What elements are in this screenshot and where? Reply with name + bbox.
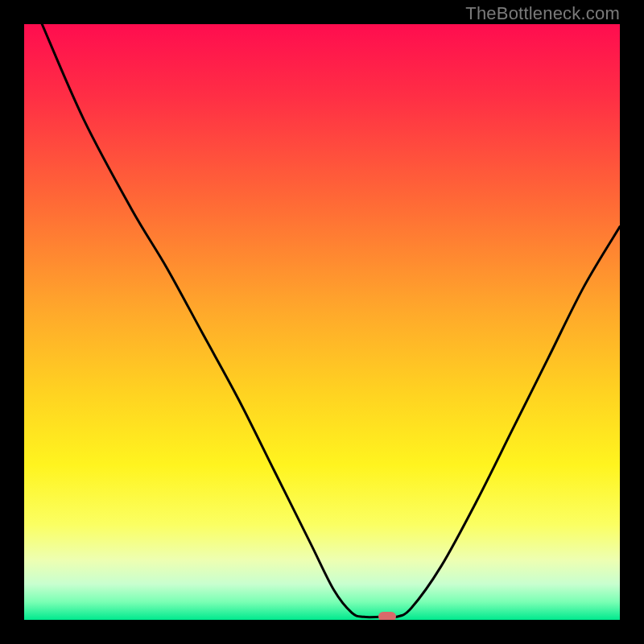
bottleneck-curve-path	[42, 24, 620, 617]
optimal-marker	[378, 612, 396, 620]
plot-area	[24, 24, 620, 620]
watermark-text: TheBottleneck.com	[465, 3, 620, 24]
curve-svg	[24, 24, 620, 620]
chart-frame: TheBottleneck.com	[0, 0, 644, 644]
